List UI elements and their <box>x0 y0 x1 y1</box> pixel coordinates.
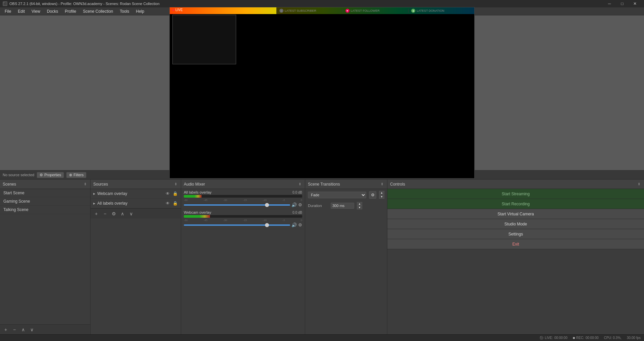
audio-channel-labels-top: All labels overlay 0.0 dB <box>184 190 302 194</box>
duration-label: Duration <box>308 204 328 208</box>
audio-labels-volume-slider[interactable] <box>184 204 290 206</box>
duration-input[interactable] <box>331 203 354 209</box>
scenes-up-btn[interactable]: ∧ <box>19 326 27 333</box>
audio-webcam-name: Webcam overlay <box>184 210 211 214</box>
duration-spin-up[interactable]: ▲ <box>357 202 362 206</box>
scenes-panel-footer: + − ∧ ∨ <box>0 324 90 334</box>
sources-add-btn[interactable]: + <box>93 210 100 217</box>
transitions-panel-header: Scene Transitions ⇕ <box>305 180 387 189</box>
menu-tools[interactable]: Tools <box>116 8 132 14</box>
stat-donation: $ LATEST DONATION <box>408 9 474 13</box>
source-item-webcam[interactable]: ▶ Webcam overlay 👁 🔒 <box>91 189 181 199</box>
main-area: LIVE ● LATEST SUBSCRIBER ♥ LATEST FOLLOW… <box>0 15 644 341</box>
audio-webcam-volume-slider[interactable] <box>184 224 290 226</box>
scenes-down-btn[interactable]: ∨ <box>28 326 36 333</box>
sources-remove-btn[interactable]: − <box>101 210 109 217</box>
sources-up-btn[interactable]: ∧ <box>119 210 126 217</box>
menu-file[interactable]: File <box>1 8 14 14</box>
menu-help[interactable]: Help <box>132 8 148 14</box>
sources-panel: Sources ⇕ ▶ Webcam overlay 👁 🔒 ▶ All lab… <box>91 180 181 334</box>
settings-button[interactable]: Settings <box>387 229 644 239</box>
sources-down-btn[interactable]: ∨ <box>127 210 135 217</box>
audio-webcam-controls: 🔊 ⚙ <box>184 222 302 227</box>
menu-edit[interactable]: Edit <box>14 8 28 14</box>
menu-docks[interactable]: Docks <box>44 8 61 14</box>
properties-button[interactable]: ⚙ Properties <box>37 172 64 178</box>
source-labels-lock-btn[interactable]: 🔒 <box>172 200 178 206</box>
transitions-expand-btn[interactable]: ⇕ <box>380 182 384 187</box>
sources-panel-footer: + − ⚙ ∧ ∨ <box>91 208 181 218</box>
transition-spin-up[interactable]: ▲ <box>379 191 384 195</box>
scene-item-gaming[interactable]: Gaming Scene <box>0 197 90 206</box>
duration-spin-down[interactable]: ▼ <box>357 206 362 209</box>
close-button[interactable]: ✕ <box>629 0 641 7</box>
audio-labels-controls: 🔊 ⚙ <box>184 202 302 207</box>
audio-webcam-gear-btn[interactable]: ⚙ <box>298 222 302 227</box>
exit-button[interactable]: Exit <box>387 239 644 249</box>
source-webcam-lock-btn[interactable]: 🔒 <box>172 191 178 197</box>
audio-labels-db: 0.0 dB <box>292 191 302 194</box>
source-webcam-name: Webcam overlay <box>97 191 163 196</box>
minimize-button[interactable]: ─ <box>603 0 616 7</box>
scenes-panel: Scenes ⇕ Start Scene Gaming Scene Talkin… <box>0 180 91 334</box>
panels-row: Scenes ⇕ Start Scene Gaming Scene Talkin… <box>0 180 644 334</box>
maximize-button[interactable]: □ <box>616 0 629 7</box>
webcam-preview <box>172 15 236 64</box>
start-virtual-camera-button[interactable]: Start Virtual Camera <box>387 209 644 219</box>
audio-labels-volume-thumb[interactable] <box>265 203 269 207</box>
sources-settings-btn[interactable]: ⚙ <box>110 210 117 217</box>
scenes-list: Start Scene Gaming Scene Talking Scene <box>0 189 90 324</box>
live-label: LIVE <box>175 8 183 12</box>
start-streaming-button[interactable]: Start Streaming <box>387 189 644 199</box>
audio-panel-header: Audio Mixer ⇕ <box>181 180 305 189</box>
subscriber-icon: ● <box>279 9 283 13</box>
audio-labels-gear-btn[interactable]: ⚙ <box>298 202 302 207</box>
transition-settings-btn[interactable]: ⚙ <box>369 191 376 199</box>
audio-channel-labels: All labels overlay 0.0 dB -60 -45 -30 -1… <box>181 189 305 209</box>
audio-labels-mute-btn[interactable]: 🔊 <box>291 202 297 207</box>
source-labels-name: All labels overlay <box>97 201 163 206</box>
sources-expand-btn[interactable]: ⇕ <box>173 182 178 187</box>
menu-scene-collection[interactable]: Scene Collection <box>79 8 116 14</box>
studio-mode-button[interactable]: Studio Mode <box>387 219 644 229</box>
scenes-add-btn[interactable]: + <box>2 326 9 333</box>
donation-icon: $ <box>411 9 415 13</box>
status-footer: ⚫ LIVE: 00:00:00 REC: 00:00:00 CPU: 0.3%… <box>0 334 644 341</box>
scene-item-start[interactable]: Start Scene <box>0 189 90 197</box>
filters-button[interactable]: ⊕ Filters <box>66 172 86 178</box>
menu-profile[interactable]: Profile <box>61 8 79 14</box>
audio-webcam-mute-btn[interactable]: 🔊 <box>291 222 297 227</box>
sources-panel-title: Sources <box>93 182 108 187</box>
scenes-remove-btn[interactable]: − <box>11 326 18 333</box>
menu-view[interactable]: View <box>28 8 44 14</box>
audio-labels-meter <box>184 195 302 198</box>
scene-item-talking[interactable]: Talking Scene <box>0 206 90 214</box>
titlebar-title: OBS 27.2.1 (64-bit, windows) - Profile: … <box>9 2 160 6</box>
app-icon: ⬛ <box>3 1 7 6</box>
source-labels-actions: 👁 🔒 <box>165 200 178 206</box>
audio-panel-controls: ⇕ <box>298 182 302 187</box>
audio-channel-webcam: Webcam overlay 0.0 dB -60 -45 -30 -15 -1… <box>181 209 305 229</box>
controls-expand-btn[interactable]: ⇕ <box>637 182 641 187</box>
transition-spin-down[interactable]: ▼ <box>379 195 384 199</box>
audio-expand-btn[interactable]: ⇕ <box>298 182 302 187</box>
scenes-panel-title: Scenes <box>3 182 16 187</box>
transition-spinners: ▲ ▼ <box>379 191 384 199</box>
source-labels-visibility-btn[interactable]: 👁 <box>165 200 171 206</box>
audio-channel-webcam-top: Webcam overlay 0.0 dB <box>184 210 302 214</box>
audio-webcam-volume-thumb[interactable] <box>265 223 269 227</box>
source-item-labels[interactable]: ▶ All labels overlay 👁 🔒 <box>91 199 181 208</box>
live-badge: LIVE <box>172 8 183 12</box>
transition-type-select[interactable]: Fade Cut Swipe Slide Stinger Luma Wipe <box>308 192 366 198</box>
source-webcam-actions: 👁 🔒 <box>165 191 178 197</box>
audio-webcam-meter <box>184 215 302 218</box>
scenes-expand-btn[interactable]: ⇕ <box>83 182 88 187</box>
source-webcam-visibility-btn[interactable]: 👁 <box>165 191 171 197</box>
start-recording-button[interactable]: Start Recording <box>387 199 644 209</box>
controls-panel-title: Controls <box>390 182 405 187</box>
no-source-label: No source selected <box>3 173 34 177</box>
source-play-icon: ▶ <box>93 192 95 195</box>
audio-webcam-meter-bar <box>184 215 210 218</box>
stats-bar: ● LATEST SUBSCRIBER ♥ LATEST FOLLOWER $ … <box>276 7 474 14</box>
scenes-panel-header: Scenes ⇕ <box>0 180 90 189</box>
